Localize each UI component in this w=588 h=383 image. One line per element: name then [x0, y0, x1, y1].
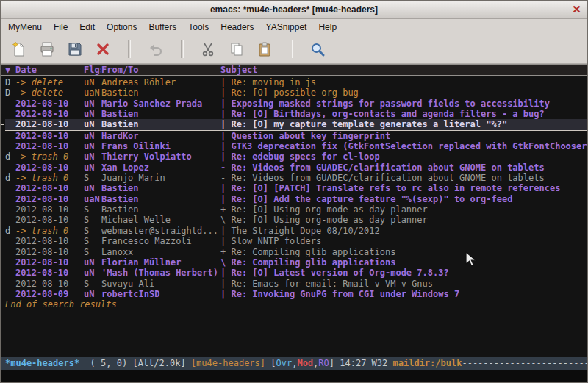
column-header-from[interactable]: From/To	[101, 65, 220, 75]
message-row[interactable]: 2012-08-10uN'Mash (Thomas Herbert)| Re: …	[5, 268, 587, 278]
message-from: Michael Welle	[101, 215, 220, 225]
message-from: Bastien	[101, 119, 220, 129]
message-row[interactable]: 2012-08-10SLanoxx+ Re: Compiling glib ap…	[5, 247, 587, 257]
toolbar	[1, 35, 587, 64]
column-header-date[interactable]: Date	[15, 65, 84, 75]
modeline-major-mode: [mu4e-headers]	[191, 358, 270, 368]
message-flags: S	[84, 204, 101, 215]
menu-tools[interactable]: Tools	[182, 20, 215, 35]
print-button[interactable]	[35, 37, 59, 61]
modeline-readonly-indicator: RO	[318, 358, 329, 368]
message-date: 2012-08-10	[15, 109, 84, 119]
message-from: Francesco Mazzoli	[101, 236, 220, 246]
message-flags: uN	[84, 289, 101, 299]
message-mark	[5, 119, 15, 129]
message-flags: uaN	[84, 194, 101, 204]
message-row[interactable]: d-> trash 0SJuanjo Marin- Re: Videos fro…	[5, 173, 587, 183]
sort-arrow-icon: ▼	[5, 65, 15, 75]
message-mark: D	[5, 77, 15, 87]
menu-yasnippet[interactable]: YASnippet	[260, 20, 313, 35]
echo-area[interactable]	[1, 370, 587, 382]
message-from: 'Mash (Thomas Herbert)	[101, 268, 220, 278]
search-button[interactable]	[306, 37, 329, 61]
modeline-time: 14:27	[340, 358, 371, 368]
message-mark: D	[5, 87, 15, 98]
message-flags: S	[84, 236, 101, 246]
message-mark	[5, 131, 15, 141]
message-subject: | Re: [O] Birthdays, org-contacts and ag…	[220, 109, 587, 119]
message-mark: d	[5, 173, 15, 183]
message-from: Bastien	[101, 204, 220, 215]
print-icon	[39, 41, 55, 57]
message-subject: | Re: Emacs for email: Rmail v VM v Gnus	[220, 279, 587, 289]
close-button[interactable]: ✕	[570, 2, 584, 16]
menu-headers[interactable]: Headers	[215, 20, 259, 35]
message-from: webmaster@straightd...	[101, 226, 220, 236]
message-row[interactable]: 2012-08-10uNXan Lopez- Re: Videos from G…	[5, 162, 587, 173]
column-header-subject[interactable]: Subject	[220, 65, 587, 75]
toolbar-separator	[290, 40, 293, 58]
message-row[interactable]: 2012-08-10uNBastien| Re: [O] my capture …	[5, 119, 587, 130]
menu-buffers[interactable]: Buffers	[143, 20, 182, 35]
save-button[interactable]	[63, 37, 87, 61]
message-row[interactable]: 2012-08-10uaNBastien| Re: [O] Add the ca…	[5, 194, 587, 204]
message-row[interactable]: 2012-08-10uNFlorian Müllner\ Re: Compili…	[5, 257, 587, 268]
message-date: 2012-08-10	[15, 279, 84, 289]
message-row[interactable]: 2012-08-10uNBastien| Re: [O] Birthdays, …	[5, 109, 587, 119]
message-subject: | Re: moving in js	[220, 77, 587, 87]
message-row[interactable]: D-> deleteuaNBastien| Re: [O] possible o…	[5, 87, 587, 98]
message-date: 2012-08-10	[15, 131, 84, 141]
message-row[interactable]: 2012-08-10SMichael Welle\ Re: [O] Using …	[5, 215, 587, 225]
modeline-bracket: [	[270, 358, 276, 368]
message-flags: S	[84, 247, 101, 257]
menu-options[interactable]: Options	[101, 20, 143, 35]
message-row[interactable]: 2012-08-10SFrancesco Mazzoli| Slow NNTP …	[5, 236, 587, 246]
message-row[interactable]: 2012-08-10uNHardKor| Question about key …	[5, 131, 587, 141]
menu-bar: MyMenuFileEditOptionsBuffersToolsHeaders…	[1, 19, 587, 35]
message-date: -> trash 0	[15, 151, 84, 162]
message-row[interactable]: d-> trash 0Swebmaster@straightd...| The …	[5, 226, 587, 236]
paste-button[interactable]	[253, 37, 276, 61]
column-header-flags[interactable]: Flgs	[84, 65, 101, 75]
modeline-modified-indicator: Mod	[297, 358, 313, 368]
menu-file[interactable]: File	[48, 20, 74, 35]
message-date: 2012-08-10	[15, 247, 84, 257]
message-subject: + Re: Compiling glib applications	[220, 247, 587, 257]
modeline-overwrite-indicator: Ovr	[276, 358, 293, 368]
message-date: 2012-08-10	[15, 119, 84, 129]
message-subject: | The Straight Dope 08/10/2012	[220, 226, 587, 236]
message-row[interactable]: 2012-08-10SSuvayu Ali| Re: Emacs for ema…	[5, 279, 587, 289]
message-mark	[5, 141, 15, 151]
message-mark	[5, 162, 15, 173]
copy-icon	[229, 41, 245, 57]
message-mark: d	[5, 151, 15, 162]
toolbar-separator	[181, 40, 184, 58]
undo-button[interactable]	[144, 37, 168, 61]
close-buffer-button[interactable]	[91, 37, 115, 61]
menu-help[interactable]: Help	[312, 20, 343, 35]
message-flags: uN	[84, 162, 101, 173]
message-from: Bastien	[101, 183, 220, 193]
message-row[interactable]: 2012-08-10SBastien+ Re: [O] Using org-mo…	[5, 204, 587, 215]
message-from: HardKor	[101, 131, 220, 141]
copy-button[interactable]	[225, 37, 248, 61]
message-flags: uN	[84, 99, 101, 109]
message-date: 2012-08-10	[15, 268, 84, 278]
menu-mymenu[interactable]: MyMenu	[2, 20, 48, 35]
modeline-bracket: ]	[329, 358, 340, 368]
menu-edit[interactable]: Edit	[74, 20, 101, 35]
message-row[interactable]: 2012-08-10uNFrans Oilinki| GTK3 deprecat…	[5, 141, 587, 151]
titlebar[interactable]: emacs: *mu4e-headers* [mu4e-headers] ✕	[1, 1, 587, 19]
message-flags: S	[84, 215, 101, 225]
message-row[interactable]: D-> deleteuNAndreas Röhler| Re: moving i…	[5, 77, 587, 87]
message-date: 2012-08-10	[15, 257, 84, 268]
message-from: Lanoxx	[101, 247, 220, 257]
new-file-button[interactable]	[7, 37, 31, 61]
message-row[interactable]: d-> trash 0uNThierry Volpiatto| Re: edeb…	[5, 151, 587, 162]
message-row[interactable]: 2012-08-10uNMario Sanchez Prada| Exposin…	[5, 99, 587, 109]
cut-button[interactable]	[197, 37, 220, 61]
message-row[interactable]: 2012-08-10uNBastien| Re: [O] [PATCH] Tra…	[5, 183, 587, 193]
message-mark	[5, 99, 15, 109]
message-row[interactable]: 2012-08-09uNrobertcInSD| Re: Invoking Gn…	[5, 289, 587, 299]
modeline-position: ( 5, 0)	[79, 358, 132, 368]
